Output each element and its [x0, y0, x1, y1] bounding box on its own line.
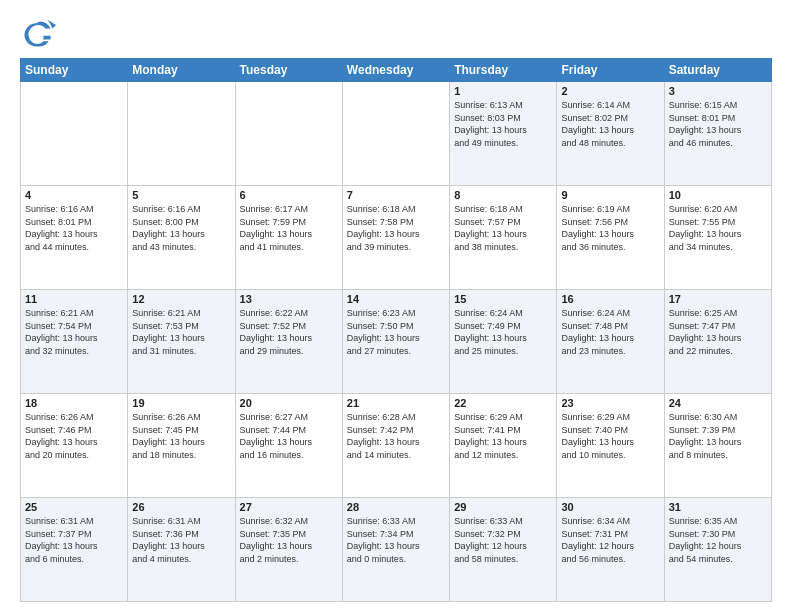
day-number: 27: [240, 501, 338, 513]
header: [20, 16, 772, 52]
calendar-day-cell: 27Sunrise: 6:32 AM Sunset: 7:35 PM Dayli…: [235, 498, 342, 602]
day-number: 12: [132, 293, 230, 305]
calendar-day-cell: 18Sunrise: 6:26 AM Sunset: 7:46 PM Dayli…: [21, 394, 128, 498]
calendar-week-row: 18Sunrise: 6:26 AM Sunset: 7:46 PM Dayli…: [21, 394, 772, 498]
day-number: 22: [454, 397, 552, 409]
day-info: Sunrise: 6:23 AM Sunset: 7:50 PM Dayligh…: [347, 307, 445, 357]
calendar-day-cell: 23Sunrise: 6:29 AM Sunset: 7:40 PM Dayli…: [557, 394, 664, 498]
calendar-day-cell: 26Sunrise: 6:31 AM Sunset: 7:36 PM Dayli…: [128, 498, 235, 602]
day-info: Sunrise: 6:21 AM Sunset: 7:53 PM Dayligh…: [132, 307, 230, 357]
day-info: Sunrise: 6:35 AM Sunset: 7:30 PM Dayligh…: [669, 515, 767, 565]
calendar-day-cell: 17Sunrise: 6:25 AM Sunset: 7:47 PM Dayli…: [664, 290, 771, 394]
day-number: 4: [25, 189, 123, 201]
day-info: Sunrise: 6:14 AM Sunset: 8:02 PM Dayligh…: [561, 99, 659, 149]
page: SundayMondayTuesdayWednesdayThursdayFrid…: [0, 0, 792, 612]
day-info: Sunrise: 6:26 AM Sunset: 7:46 PM Dayligh…: [25, 411, 123, 461]
day-number: 21: [347, 397, 445, 409]
calendar-day-cell: 31Sunrise: 6:35 AM Sunset: 7:30 PM Dayli…: [664, 498, 771, 602]
day-number: 5: [132, 189, 230, 201]
calendar-day-cell: 16Sunrise: 6:24 AM Sunset: 7:48 PM Dayli…: [557, 290, 664, 394]
calendar-day-cell: 7Sunrise: 6:18 AM Sunset: 7:58 PM Daylig…: [342, 186, 449, 290]
day-number: 24: [669, 397, 767, 409]
calendar-day-cell: 11Sunrise: 6:21 AM Sunset: 7:54 PM Dayli…: [21, 290, 128, 394]
day-info: Sunrise: 6:24 AM Sunset: 7:49 PM Dayligh…: [454, 307, 552, 357]
day-info: Sunrise: 6:27 AM Sunset: 7:44 PM Dayligh…: [240, 411, 338, 461]
day-of-week-header: Sunday: [21, 59, 128, 82]
day-of-week-header: Thursday: [450, 59, 557, 82]
day-info: Sunrise: 6:16 AM Sunset: 8:00 PM Dayligh…: [132, 203, 230, 253]
day-number: 6: [240, 189, 338, 201]
calendar-day-cell: 14Sunrise: 6:23 AM Sunset: 7:50 PM Dayli…: [342, 290, 449, 394]
calendar-week-row: 11Sunrise: 6:21 AM Sunset: 7:54 PM Dayli…: [21, 290, 772, 394]
calendar-day-cell: 6Sunrise: 6:17 AM Sunset: 7:59 PM Daylig…: [235, 186, 342, 290]
day-info: Sunrise: 6:17 AM Sunset: 7:59 PM Dayligh…: [240, 203, 338, 253]
calendar-week-row: 25Sunrise: 6:31 AM Sunset: 7:37 PM Dayli…: [21, 498, 772, 602]
calendar-day-cell: 5Sunrise: 6:16 AM Sunset: 8:00 PM Daylig…: [128, 186, 235, 290]
day-info: Sunrise: 6:25 AM Sunset: 7:47 PM Dayligh…: [669, 307, 767, 357]
day-info: Sunrise: 6:16 AM Sunset: 8:01 PM Dayligh…: [25, 203, 123, 253]
day-info: Sunrise: 6:26 AM Sunset: 7:45 PM Dayligh…: [132, 411, 230, 461]
day-number: 8: [454, 189, 552, 201]
calendar-day-cell: 19Sunrise: 6:26 AM Sunset: 7:45 PM Dayli…: [128, 394, 235, 498]
calendar-day-cell: 12Sunrise: 6:21 AM Sunset: 7:53 PM Dayli…: [128, 290, 235, 394]
day-number: 17: [669, 293, 767, 305]
day-number: 9: [561, 189, 659, 201]
day-info: Sunrise: 6:24 AM Sunset: 7:48 PM Dayligh…: [561, 307, 659, 357]
day-info: Sunrise: 6:13 AM Sunset: 8:03 PM Dayligh…: [454, 99, 552, 149]
day-info: Sunrise: 6:31 AM Sunset: 7:36 PM Dayligh…: [132, 515, 230, 565]
day-info: Sunrise: 6:34 AM Sunset: 7:31 PM Dayligh…: [561, 515, 659, 565]
day-number: 18: [25, 397, 123, 409]
day-number: 11: [25, 293, 123, 305]
calendar-day-cell: 21Sunrise: 6:28 AM Sunset: 7:42 PM Dayli…: [342, 394, 449, 498]
calendar-day-cell: 29Sunrise: 6:33 AM Sunset: 7:32 PM Dayli…: [450, 498, 557, 602]
day-info: Sunrise: 6:22 AM Sunset: 7:52 PM Dayligh…: [240, 307, 338, 357]
calendar-day-cell: [235, 82, 342, 186]
day-number: 2: [561, 85, 659, 97]
day-number: 20: [240, 397, 338, 409]
calendar-header-row: SundayMondayTuesdayWednesdayThursdayFrid…: [21, 59, 772, 82]
day-info: Sunrise: 6:33 AM Sunset: 7:34 PM Dayligh…: [347, 515, 445, 565]
calendar-day-cell: [21, 82, 128, 186]
logo-area: [20, 16, 62, 52]
day-number: 28: [347, 501, 445, 513]
day-number: 25: [25, 501, 123, 513]
calendar-day-cell: [342, 82, 449, 186]
calendar-day-cell: 3Sunrise: 6:15 AM Sunset: 8:01 PM Daylig…: [664, 82, 771, 186]
calendar-day-cell: 10Sunrise: 6:20 AM Sunset: 7:55 PM Dayli…: [664, 186, 771, 290]
day-number: 1: [454, 85, 552, 97]
calendar-day-cell: 1Sunrise: 6:13 AM Sunset: 8:03 PM Daylig…: [450, 82, 557, 186]
day-of-week-header: Tuesday: [235, 59, 342, 82]
calendar-day-cell: 22Sunrise: 6:29 AM Sunset: 7:41 PM Dayli…: [450, 394, 557, 498]
day-info: Sunrise: 6:29 AM Sunset: 7:41 PM Dayligh…: [454, 411, 552, 461]
calendar-day-cell: 8Sunrise: 6:18 AM Sunset: 7:57 PM Daylig…: [450, 186, 557, 290]
day-number: 19: [132, 397, 230, 409]
day-of-week-header: Friday: [557, 59, 664, 82]
day-number: 16: [561, 293, 659, 305]
calendar-day-cell: 24Sunrise: 6:30 AM Sunset: 7:39 PM Dayli…: [664, 394, 771, 498]
calendar-day-cell: 4Sunrise: 6:16 AM Sunset: 8:01 PM Daylig…: [21, 186, 128, 290]
calendar-table: SundayMondayTuesdayWednesdayThursdayFrid…: [20, 58, 772, 602]
calendar-day-cell: 15Sunrise: 6:24 AM Sunset: 7:49 PM Dayli…: [450, 290, 557, 394]
day-info: Sunrise: 6:20 AM Sunset: 7:55 PM Dayligh…: [669, 203, 767, 253]
day-number: 3: [669, 85, 767, 97]
day-info: Sunrise: 6:19 AM Sunset: 7:56 PM Dayligh…: [561, 203, 659, 253]
day-number: 14: [347, 293, 445, 305]
day-info: Sunrise: 6:32 AM Sunset: 7:35 PM Dayligh…: [240, 515, 338, 565]
day-of-week-header: Saturday: [664, 59, 771, 82]
day-number: 23: [561, 397, 659, 409]
day-info: Sunrise: 6:31 AM Sunset: 7:37 PM Dayligh…: [25, 515, 123, 565]
day-of-week-header: Monday: [128, 59, 235, 82]
day-number: 7: [347, 189, 445, 201]
day-info: Sunrise: 6:18 AM Sunset: 7:58 PM Dayligh…: [347, 203, 445, 253]
day-info: Sunrise: 6:28 AM Sunset: 7:42 PM Dayligh…: [347, 411, 445, 461]
day-number: 15: [454, 293, 552, 305]
day-number: 31: [669, 501, 767, 513]
calendar-day-cell: 13Sunrise: 6:22 AM Sunset: 7:52 PM Dayli…: [235, 290, 342, 394]
day-info: Sunrise: 6:15 AM Sunset: 8:01 PM Dayligh…: [669, 99, 767, 149]
day-info: Sunrise: 6:18 AM Sunset: 7:57 PM Dayligh…: [454, 203, 552, 253]
day-number: 30: [561, 501, 659, 513]
day-number: 29: [454, 501, 552, 513]
day-number: 13: [240, 293, 338, 305]
calendar-day-cell: [128, 82, 235, 186]
calendar-day-cell: 2Sunrise: 6:14 AM Sunset: 8:02 PM Daylig…: [557, 82, 664, 186]
